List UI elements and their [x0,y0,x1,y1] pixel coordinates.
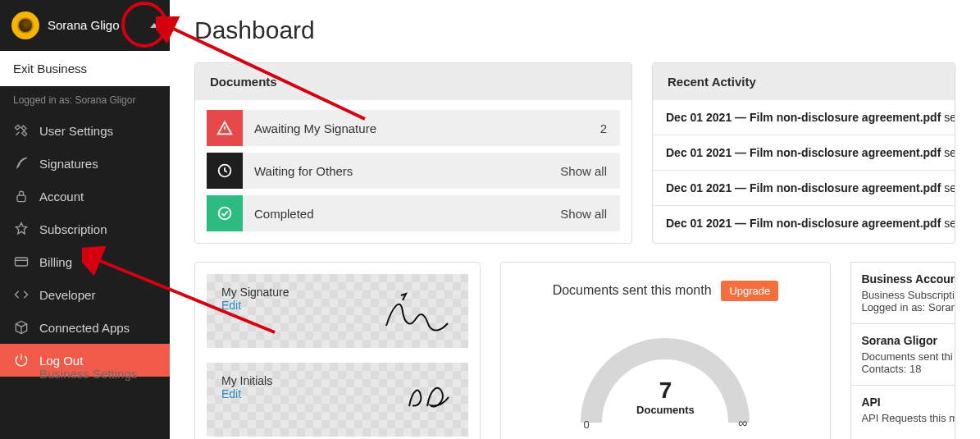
documents-row-label: Waiting for Others [243,164,560,178]
info-title: Sorana Gligor [861,334,945,347]
page-title: Dashboard [170,0,980,62]
alert-triangle-icon [207,110,243,146]
svg-point-3 [219,208,231,220]
lock-icon [13,188,30,204]
documents-row-count: 2 [600,121,620,135]
gauge-value: 7 [567,377,763,404]
initials-scribble-icon [403,377,452,415]
info-line: Documents sent thi [861,350,945,363]
documents-card: Documents Awaiting My Signature 2 Waitin… [194,62,632,244]
svg-rect-1 [16,258,28,266]
documents-row-label: Awaiting My Signature [243,121,600,135]
documents-row-awaiting[interactable]: Awaiting My Signature 2 [207,110,620,146]
sidebar-item-account[interactable]: Account [0,180,170,213]
activity-row[interactable]: Dec 01 2021 — Film non-disclosure agreem… [653,135,955,171]
sidebar-item-label: User Settings [39,124,113,138]
user-menu-header[interactable]: Sorana Gligo [0,0,170,51]
recent-activity-header: Recent Activity [653,63,955,100]
check-circle-icon [207,195,243,231]
caret-up-icon[interactable] [150,23,158,28]
account-info-card: Business Account Business Subscripti Log… [850,262,955,439]
exit-business-button[interactable]: Exit Business [0,51,170,86]
documents-row-showall[interactable]: Show all [560,164,620,178]
signature-scribble-icon [378,289,452,338]
gauge-min: 0 [583,418,589,431]
my-initials-block: My Initials Edit [207,363,468,437]
documents-row-waiting[interactable]: Waiting for Others Show all [207,153,620,189]
documents-row-completed[interactable]: Completed Show all [207,195,620,231]
sidebar-item-label: Developer [39,288,95,302]
sidebar-item-connected-apps[interactable]: Connected Apps [0,311,170,344]
sidebar-item-label: Subscription [39,222,107,236]
sidebar-item-label: Signatures [39,157,98,171]
code-icon [13,286,30,303]
cube-icon [13,319,30,336]
sidebar-item-label: Connected Apps [39,321,130,335]
sidebar-item-signatures[interactable]: Signatures [0,147,170,180]
sidebar-item-label: Business Settings [39,367,137,381]
logged-in-as-label: Logged in as: Sorana Gligor [0,86,170,114]
info-title: Business Account [861,272,945,286]
documents-sent-title: Documents sent this month [553,283,712,297]
recent-activity-card: Recent Activity Dec 01 2021 — Film non-d… [652,62,955,244]
info-line: API Requests this m [861,412,945,424]
sidebar-item-billing[interactable]: Billing [0,245,170,278]
gauge: 7 Documents 0 ∞ [567,316,763,431]
sidebar-item-user-settings[interactable]: User Settings [0,114,170,147]
documents-row-showall[interactable]: Show all [560,207,620,221]
activity-row[interactable]: Dec 01 2021 — Film non-disclosure agreem… [653,171,955,206]
feather-icon [13,155,30,171]
avatar [11,11,39,39]
my-signature-block: My Signature Edit [207,274,468,348]
info-line: Logged in as: Soran [861,301,945,313]
upgrade-button[interactable]: Upgrade [721,281,778,301]
user-name: Sorana Gligo [48,18,150,32]
info-section-user: Sorana Gligor Documents sent thi Contact… [851,324,955,386]
gauge-value-label: Documents [567,404,763,416]
gauge-max: ∞ [738,416,747,431]
documents-sent-card: Documents sent this month Upgrade 7 Docu… [500,262,832,439]
svg-rect-0 [17,195,25,202]
tools-icon [13,122,30,139]
info-section-business: Business Account Business Subscripti Log… [851,263,955,324]
card-icon [13,254,30,270]
sidebar-item-label: Log Out [39,354,83,368]
sidebar: Sorana Gligo Exit Business Logged in as:… [0,0,170,439]
info-section-api: API API Requests this m [851,386,955,434]
main-content: Dashboard Documents Awaiting My Signatur… [170,0,980,439]
star-icon [13,221,30,237]
info-line: Business Subscripti [861,289,945,301]
documents-card-header: Documents [195,63,631,100]
activity-row[interactable]: Dec 01 2021 — Film non-disclosure agreem… [653,100,955,135]
power-icon [13,352,30,368]
sidebar-item-developer[interactable]: Developer [0,278,170,311]
info-line: Contacts: 18 [861,363,945,375]
signature-card: My Signature Edit My Initials Edit [194,262,481,439]
clock-icon [207,153,243,189]
sidebar-item-label: Account [39,190,84,203]
sidebar-item-subscription[interactable]: Subscription [0,213,170,245]
documents-row-label: Completed [243,207,560,221]
info-title: API [861,396,945,409]
activity-row[interactable]: Dec 01 2021 — Film non-disclosure agreem… [653,206,955,240]
sidebar-item-label: Billing [39,255,72,269]
